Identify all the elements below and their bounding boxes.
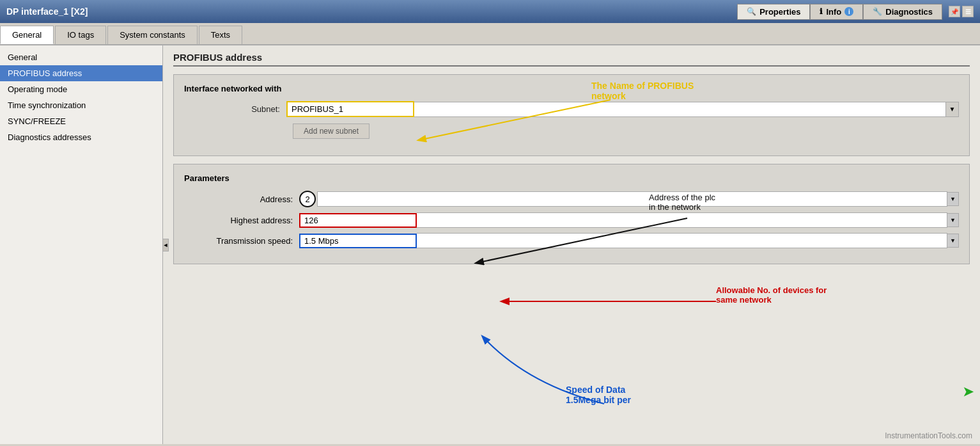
panel-tabs: 🔍 Properties ℹ Info i 🔧 Diagnostics [737,4,942,20]
blue-annotation: Speed of Data 1.5Mega bit per [566,385,631,405]
diagnostics-tab[interactable]: 🔧 Diagnostics [863,4,942,20]
highest-address-input[interactable] [299,213,417,228]
subnet-label: Subnet: [184,104,286,114]
parameters-title: Parameters [184,173,959,183]
main-layout: General PROFIBUS address Operating mode … [0,45,980,444]
address-row: Address: 2 ▼ [184,191,959,207]
properties-icon: 🔍 [747,7,756,16]
tab-system-constants[interactable]: System constants [107,26,198,44]
diagnostics-icon: 🔧 [873,7,882,16]
tab-texts[interactable]: Texts [199,26,242,44]
sidebar-item-diagnostics-addresses[interactable]: Diagnostics addresses [0,129,162,145]
content-area: PROFIBUS address Interface networked wit… [163,45,980,444]
subnet-row: Subnet: ▼ [184,101,959,117]
sidebar-item-profibus[interactable]: PROFIBUS address [0,65,162,81]
info-tab[interactable]: ℹ Info i [810,4,863,20]
address-value: 2 [305,195,309,204]
tab-io-tags[interactable]: IO tags [55,26,106,44]
subnet-input[interactable] [286,101,414,117]
transmission-speed-dropdown-arrow[interactable]: ▼ [947,234,959,248]
title-bar-buttons: 🔍 Properties ℹ Info i 🔧 Diagnostics 📌 ☰ [737,4,974,20]
sidebar-item-general[interactable]: General [0,49,162,65]
red-annotation: Allowable No. of devices for same networ… [716,285,827,305]
subnet-dropdown-arrow[interactable]: ▼ [946,102,959,117]
highest-address-dropdown-arrow[interactable]: ▼ [947,213,959,227]
parameters-panel: Parameters Address: 2 ▼ Highest address:… [173,164,970,264]
pin-icon[interactable]: 📌 [949,6,960,17]
address-label: Address: [184,195,299,204]
window-controls: 📌 ☰ [949,6,974,17]
add-subnet-button[interactable]: Add new subnet [293,123,369,139]
sidebar-collapse-arrow[interactable]: ◄ [162,239,169,251]
address-circle: 2 [299,191,316,207]
info-icon: ℹ [820,7,823,16]
window-title: DP interface_1 [X2] [6,6,88,17]
sidebar: General PROFIBUS address Operating mode … [0,45,163,444]
transmission-speed-input[interactable] [299,234,417,248]
sidebar-item-sync-freeze[interactable]: SYNC/FREEZE [0,113,162,129]
properties-tab[interactable]: 🔍 Properties [737,4,810,20]
interface-panel-title: Interface networked with [184,84,959,93]
tab-general[interactable]: General [0,26,54,44]
green-arrow-icon: ➤ [963,384,974,399]
transmission-speed-label: Transmission speed: [184,236,299,246]
window-menu-icon[interactable]: ☰ [962,6,974,17]
sidebar-item-time-sync[interactable]: Time synchronization [0,97,162,113]
section-title: PROFIBUS address [173,52,970,67]
interface-panel: Interface networked with Subnet: ▼ Add n… [173,74,970,156]
add-subnet-row: Add new subnet [286,123,959,139]
title-bar: DP interface_1 [X2] 🔍 Properties ℹ Info … [0,0,980,23]
sidebar-item-operating-mode[interactable]: Operating mode [0,81,162,97]
tab-bar: General IO tags System constants Texts [0,23,980,45]
highest-address-row: Highest address: ▼ [184,212,959,228]
transmission-speed-row: Transmission speed: ▼ [184,233,959,248]
highest-address-label: Highest address: [184,216,299,225]
info-badge-icon: i [844,7,853,16]
watermark: InstrumentationTools.com [885,431,972,440]
address-dropdown-arrow[interactable]: ▼ [947,192,959,206]
